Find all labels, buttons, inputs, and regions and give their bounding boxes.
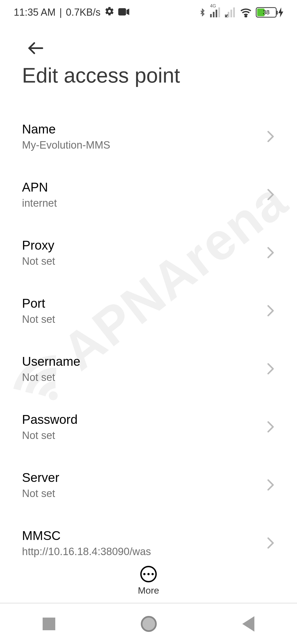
chevron-right-icon — [266, 363, 275, 375]
row-label: Proxy — [22, 238, 258, 253]
row-password[interactable]: Password Not set — [22, 398, 275, 456]
svg-rect-4 — [218, 7, 220, 17]
row-value: http://10.16.18.4:38090/was — [22, 546, 258, 558]
wifi-icon — [240, 7, 252, 17]
settings-gear-icon — [105, 6, 114, 19]
signal-no-sim-icon — [225, 7, 236, 17]
chevron-right-icon — [266, 479, 275, 491]
row-apn[interactable]: APN internet — [22, 165, 275, 223]
nav-bar — [0, 603, 297, 644]
row-label: Username — [22, 354, 258, 369]
back-button[interactable] — [22, 34, 50, 62]
topbar — [0, 28, 297, 69]
chevron-right-icon — [266, 305, 275, 317]
row-value: Not set — [22, 430, 258, 441]
status-time: 11:35 AM — [14, 7, 56, 18]
camera-icon — [118, 7, 129, 18]
svg-rect-7 — [230, 10, 232, 17]
status-bar: 11:35 AM | 0.7KB/s 4G 38 — [0, 0, 297, 25]
settings-list: Name My-Evolution-MMS APN internet Proxy… — [0, 107, 297, 564]
row-server[interactable]: Server Not set — [22, 456, 275, 514]
bluetooth-icon — [199, 7, 206, 18]
more-dots-icon — [140, 566, 157, 582]
row-port[interactable]: Port Not set — [22, 282, 275, 340]
row-name[interactable]: Name My-Evolution-MMS — [22, 107, 275, 165]
svg-rect-3 — [216, 10, 217, 17]
charging-bolt-icon — [278, 7, 283, 17]
svg-rect-6 — [228, 12, 229, 17]
more-button[interactable]: More — [0, 559, 297, 603]
status-left: 11:35 AM | 0.7KB/s — [14, 6, 129, 19]
row-value: My-Evolution-MMS — [22, 139, 258, 151]
nav-back-button[interactable] — [242, 616, 254, 632]
nav-home-button[interactable] — [141, 616, 157, 632]
chevron-right-icon — [266, 189, 275, 201]
row-label: Port — [22, 296, 258, 311]
row-label: Server — [22, 470, 258, 485]
status-right: 4G 38 — [199, 7, 283, 18]
page-title: Edit access point — [22, 63, 180, 87]
battery-indicator: 38 — [256, 7, 283, 18]
row-mmsc[interactable]: MMSC http://10.16.18.4:38090/was — [22, 514, 275, 564]
status-speed: 0.7KB/s — [66, 7, 100, 18]
row-value: Not set — [22, 488, 258, 500]
row-username[interactable]: Username Not set — [22, 340, 275, 398]
row-label: APN — [22, 180, 258, 195]
svg-rect-1 — [210, 14, 212, 17]
row-value: Not set — [22, 372, 258, 383]
chevron-right-icon — [266, 247, 275, 259]
row-label: Password — [22, 412, 258, 427]
row-label: Name — [22, 122, 258, 137]
row-value: Not set — [22, 255, 258, 267]
chevron-right-icon — [266, 421, 275, 433]
more-label: More — [138, 585, 159, 596]
svg-rect-8 — [233, 7, 235, 17]
signal-4g-icon: 4G — [210, 7, 221, 17]
nav-recent-button[interactable] — [43, 618, 55, 630]
row-value: Not set — [22, 313, 258, 325]
svg-rect-2 — [213, 12, 215, 17]
status-sep: | — [59, 7, 62, 18]
row-proxy[interactable]: Proxy Not set — [22, 223, 275, 282]
row-label: MMSC — [22, 528, 258, 543]
chevron-right-icon — [266, 130, 275, 143]
svg-point-9 — [245, 16, 247, 17]
svg-rect-0 — [118, 8, 126, 16]
row-value: internet — [22, 197, 258, 209]
arrow-left-icon — [27, 39, 45, 57]
chevron-right-icon — [266, 537, 275, 549]
